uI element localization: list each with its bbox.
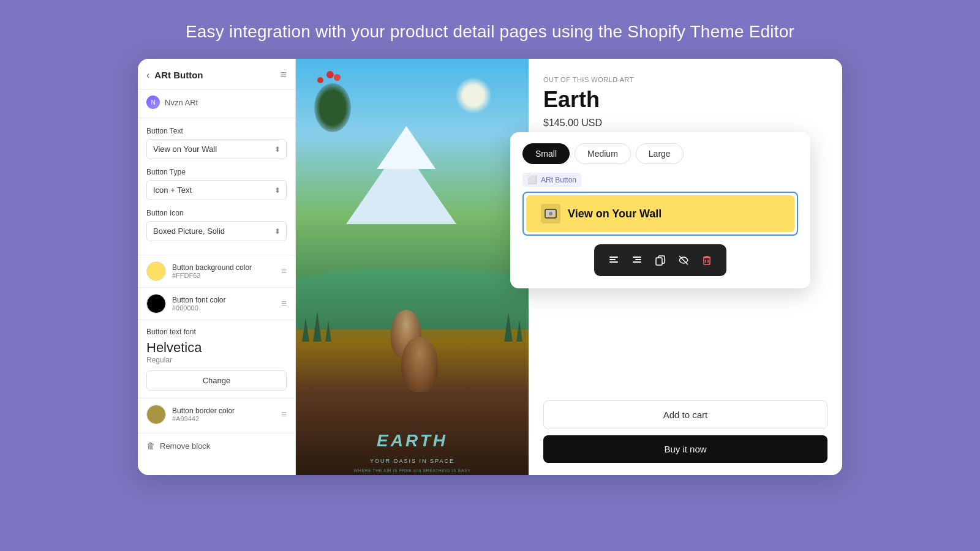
toolbar-trash[interactable] <box>697 250 717 270</box>
button-text-select-wrapper: View on Your Wall View in Your Space Vis… <box>146 139 287 159</box>
button-font-color-label: Button font color <box>172 296 225 304</box>
svg-rect-5 <box>609 261 618 263</box>
svg-rect-4 <box>609 259 616 260</box>
button-font-color-info: Button font color #000000 <box>172 296 225 312</box>
button-type-select-wrapper: Icon + Text Text Only Icon Only ⬍ <box>146 180 287 200</box>
button-font-color-swatch[interactable] <box>146 294 166 313</box>
buy-now-button[interactable]: Buy it now <box>543 435 827 463</box>
page-title: Easy integration with your product detai… <box>186 22 794 42</box>
popup-size-tabs: Small Medium Large <box>522 143 798 164</box>
button-bg-color-menu-icon[interactable]: ≡ <box>281 266 287 277</box>
button-border-color-menu-icon[interactable]: ≡ <box>281 409 287 420</box>
art-button-label-text: ARt Button <box>541 176 576 184</box>
image-title: Earth <box>296 431 529 451</box>
size-tab-small[interactable]: Small <box>522 143 570 164</box>
button-icon-select-wrapper: Boxed Picture, Solid Camera Eye ⬍ <box>146 221 287 241</box>
art-button-label: ⬜ ARt Button <box>522 173 581 187</box>
font-section-label: Button text font <box>146 328 287 336</box>
panel-brand: N Nvzn ARt <box>138 89 295 118</box>
svg-rect-7 <box>635 259 641 260</box>
svg-rect-10 <box>656 258 662 265</box>
change-font-button[interactable]: Change <box>146 370 287 391</box>
button-bg-color-value: #FFDF63 <box>172 272 252 279</box>
size-tab-large[interactable]: Large <box>636 143 684 164</box>
button-bg-color-label: Button background color <box>172 263 252 272</box>
button-icon-select[interactable]: Boxed Picture, Solid Camera Eye <box>146 221 287 241</box>
svg-rect-12 <box>704 258 710 264</box>
product-image: Earth Your Oasis in Space WHERE THE AIR … <box>296 59 529 475</box>
left-panel: ‹ ARt Button ≡ N Nvzn ARt Button Text Vi… <box>138 59 296 475</box>
remove-block-label: Remove block <box>160 441 210 451</box>
trash-icon: 🗑 <box>146 441 155 451</box>
art-button-label-icon: ⬜ <box>527 175 537 184</box>
product-image-area: Earth Your Oasis in Space WHERE THE AIR … <box>296 59 529 475</box>
panel-header-left: ‹ ARt Button <box>146 70 203 81</box>
button-bg-color-info: Button background color #FFDF63 <box>172 263 252 279</box>
font-name: Helvetica <box>146 340 287 356</box>
button-text-select[interactable]: View on Your Wall View in Your Space Vis… <box>146 139 287 159</box>
button-bg-color-row: Button background color #FFDF63 ≡ <box>138 255 295 287</box>
popup-toolbar <box>594 244 726 276</box>
toolbar-text-align[interactable] <box>604 250 624 270</box>
toolbar-indent[interactable] <box>627 250 647 270</box>
button-font-color-value: #000000 <box>172 304 225 312</box>
view-wall-icon <box>541 204 560 223</box>
panel-header: ‹ ARt Button ≡ <box>138 59 295 89</box>
brand-avatar: N <box>146 96 160 109</box>
button-border-color-row: Button border color #A99442 ≡ <box>138 398 295 430</box>
remove-block[interactable]: 🗑 Remove block <box>138 433 295 458</box>
add-to-cart-button[interactable]: Add to cart <box>543 400 827 429</box>
image-tagline: WHERE THE AIR IS FREE and BREATHING IS E… <box>296 468 529 473</box>
view-wall-btn-wrapper: View on Your Wall <box>522 192 798 236</box>
svg-point-2 <box>549 212 552 216</box>
panel-menu-icon[interactable]: ≡ <box>280 69 287 81</box>
panel-title: ARt Button <box>154 70 203 80</box>
view-wall-button[interactable]: View on Your Wall <box>526 195 794 232</box>
button-font-color-menu-icon[interactable]: ≡ <box>281 298 287 309</box>
product-actions: Add to cart Buy it now <box>543 327 827 463</box>
svg-rect-8 <box>633 261 641 263</box>
svg-rect-3 <box>609 257 618 258</box>
view-wall-button-text: View on Your Wall <box>568 208 662 220</box>
button-text-label: Button Text <box>146 127 287 135</box>
floating-popup: Small Medium Large ⬜ ARt Button <box>510 132 810 288</box>
button-border-color-info: Button border color #A99442 <box>172 407 235 422</box>
button-border-color-value: #A99442 <box>172 415 235 422</box>
button-border-color-label: Button border color <box>172 407 235 415</box>
back-icon[interactable]: ‹ <box>146 70 149 81</box>
main-card: ‹ ARt Button ≡ N Nvzn ARt Button Text Vi… <box>138 59 842 475</box>
font-style: Regular <box>146 356 287 364</box>
brand-name: Nvzn ARt <box>165 98 198 107</box>
size-tab-medium[interactable]: Medium <box>575 143 631 164</box>
button-bg-color-swatch[interactable] <box>146 261 166 281</box>
font-section: Button text font Helvetica Regular Chang… <box>138 320 295 398</box>
toolbar-copy[interactable] <box>650 250 670 270</box>
product-price: $145.00 USD <box>543 118 827 129</box>
button-type-select[interactable]: Icon + Text Text Only Icon Only <box>146 180 287 200</box>
product-tag: OUT OF THIS WORLD ART <box>543 76 827 83</box>
image-subtitle: Your Oasis in Space <box>296 458 529 464</box>
toolbar-eye-off[interactable] <box>674 250 693 270</box>
button-text-section: Button Text View on Your Wall View in Yo… <box>138 118 295 255</box>
button-font-color-row: Button font color #000000 ≡ <box>138 287 295 320</box>
svg-rect-6 <box>633 257 641 258</box>
button-border-color-swatch[interactable] <box>146 405 166 424</box>
button-type-label: Button Type <box>146 168 287 176</box>
product-details: OUT OF THIS WORLD ART Earth $145.00 USD … <box>529 59 842 475</box>
product-title: Earth <box>543 87 827 113</box>
button-icon-label: Button Icon <box>146 209 287 217</box>
right-panel: Earth Your Oasis in Space WHERE THE AIR … <box>296 59 842 475</box>
